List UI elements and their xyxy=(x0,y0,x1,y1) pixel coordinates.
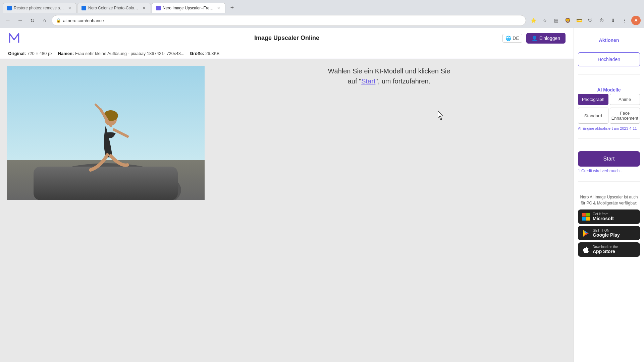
user-icon: 👤 xyxy=(532,36,537,41)
download-icon[interactable]: ⬇ xyxy=(608,16,618,25)
svg-rect-2 xyxy=(34,167,178,200)
page-title: Image Upscaler Online xyxy=(254,35,319,42)
tab-restore[interactable]: Restore photos: remove scratc... ✕ xyxy=(3,3,76,13)
original-image xyxy=(7,66,205,200)
tab-close-2[interactable]: ✕ xyxy=(141,5,147,11)
globe-icon: 🌐 xyxy=(505,36,511,41)
instruction-area: Wählen Sie ein KI-Modell und klicken Sie… xyxy=(211,66,567,86)
image-result-row: Wählen Sie ein KI-Modell und klicken Sie… xyxy=(0,59,574,362)
promo-text: Nero AI Image Upscaler ist auch für PC &… xyxy=(578,194,640,206)
instruction-text: Wählen Sie ein KI-Modell und klicken Sie… xyxy=(328,66,450,86)
google-play-button[interactable]: GET IT ON Google Play xyxy=(578,226,640,240)
upload-button[interactable]: Hochladen xyxy=(578,52,640,66)
tab-bar: Restore photos: remove scratc... ✕ Nero … xyxy=(0,0,644,13)
start-button[interactable]: Start xyxy=(578,151,640,167)
profile-avatar[interactable]: A xyxy=(631,16,641,25)
promo-section: Nero AI Image Upscaler ist auch für PC &… xyxy=(578,190,640,259)
sidebar: Aktionen Hochladen AI Modelle Photograph… xyxy=(574,28,644,362)
content-wrapper: Image Upscaler Online 🌐 DE 👤 Einloggen O… xyxy=(0,28,574,362)
size-info: Größe: 26.3KB xyxy=(190,51,220,56)
app-body: Image Upscaler Online 🌐 DE 👤 Einloggen O… xyxy=(0,28,644,362)
apple-icon xyxy=(582,246,590,254)
tab-close-3[interactable]: ✕ xyxy=(216,5,221,11)
divider-3 xyxy=(578,181,640,182)
lock-icon: 🔒 xyxy=(56,18,61,23)
microsoft-icon xyxy=(582,213,590,221)
language-selector[interactable]: 🌐 DE xyxy=(502,34,522,43)
instruction-line1: Wählen Sie ein KI-Modell und klicken Sie xyxy=(328,66,450,76)
forward-button[interactable]: → xyxy=(15,16,25,25)
app-store-text: Download on the App Store xyxy=(593,245,618,254)
tab-groups-icon[interactable]: ▤ xyxy=(551,16,561,25)
original-label: Original: 720 × 480 px xyxy=(8,51,53,56)
tab-title-2: Nero Colorize Photo-Colorize Yo... xyxy=(88,6,139,10)
microsoft-store-button[interactable]: Get it from Microsoft xyxy=(578,209,640,224)
logo-icon xyxy=(8,32,20,44)
name-value: Frau sehr kleine Auflösung - pixabay 186… xyxy=(75,51,184,56)
google-play-icon xyxy=(582,229,590,237)
size-value: 26.3KB xyxy=(205,51,220,56)
back-button[interactable]: ← xyxy=(3,16,13,25)
start-link[interactable]: Start xyxy=(361,77,375,85)
settings-icon[interactable]: ⋮ xyxy=(620,16,629,25)
lang-text: DE xyxy=(513,36,519,41)
tab-favicon-1 xyxy=(7,6,12,10)
credit-info: 1 Credit wird verbraucht. xyxy=(578,169,640,173)
svg-rect-9 xyxy=(586,213,590,217)
svg-rect-11 xyxy=(586,217,590,221)
svg-rect-8 xyxy=(582,213,586,217)
standard-button[interactable]: Standard xyxy=(578,108,608,124)
brave-icon[interactable]: 🦁 xyxy=(563,16,572,25)
login-label: Einloggen xyxy=(539,36,560,41)
aktionen-label: Aktionen xyxy=(578,34,640,47)
name-info: Namen: Frau sehr kleine Auflösung - pixa… xyxy=(58,51,184,56)
login-button[interactable]: 👤 Einloggen xyxy=(526,33,566,44)
wallet-icon[interactable]: 💳 xyxy=(574,16,584,25)
ai-models-title: AI Modelle xyxy=(578,87,640,93)
original-value: 720 × 480 px xyxy=(27,51,53,56)
engine-info: AI-Engine aktualisiert am 2023-4-11 xyxy=(578,126,640,130)
google-play-text: GET IT ON Google Play xyxy=(593,229,620,238)
start-section: Start 1 Credit wird verbraucht. xyxy=(578,147,640,173)
tab-title-3: Nero Image Upscaler--Free Pho... xyxy=(163,6,214,10)
tab-favicon-2 xyxy=(82,6,86,10)
anime-button[interactable]: Anime xyxy=(610,94,640,105)
app-store-button[interactable]: Download on the App Store xyxy=(578,242,640,257)
new-tab-button[interactable]: + xyxy=(227,3,237,13)
tab-favicon-3 xyxy=(156,6,161,10)
photograph-button[interactable]: Photograph xyxy=(578,94,608,105)
model-row-2: Standard Face Enhancement xyxy=(578,108,640,124)
toolbar-icons: ⭐ ☆ ▤ 🦁 💳 🛡 ⏱ ⬇ ⋮ A xyxy=(529,16,641,25)
info-bar: Original: 720 × 480 px Namen: Frau sehr … xyxy=(0,48,574,59)
tab-title-1: Restore photos: remove scratc... xyxy=(14,6,65,10)
bookmark-icon[interactable]: ☆ xyxy=(540,16,549,25)
reload-button[interactable]: ↻ xyxy=(28,16,37,25)
history-icon[interactable]: ⏱ xyxy=(597,16,606,25)
tab-upscaler[interactable]: Nero Image Upscaler--Free Pho... ✕ xyxy=(152,3,225,13)
address-bar-row: ← → ↻ ⌂ 🔒 ai.nero.com/enhance ⭐ ☆ ▤ 🦁 💳 … xyxy=(0,13,644,28)
home-button[interactable]: ⌂ xyxy=(40,16,49,25)
app-header: Image Upscaler Online 🌐 DE 👤 Einloggen xyxy=(0,28,574,48)
address-text: ai.nero.com/enhance xyxy=(63,18,522,23)
address-bar[interactable]: 🔒 ai.nero.com/enhance xyxy=(52,15,526,26)
divider-2 xyxy=(578,138,640,139)
svg-rect-10 xyxy=(582,217,586,221)
tab-close-1[interactable]: ✕ xyxy=(67,5,72,11)
instruction-line2: auf "Start", um fortzufahren. xyxy=(328,76,450,86)
divider-1 xyxy=(578,74,640,75)
ai-models-section: AI Modelle Photograph Anime Standard Fac… xyxy=(578,83,640,130)
tab-colorize[interactable]: Nero Colorize Photo-Colorize Yo... ✕ xyxy=(77,3,151,13)
face-enhancement-button[interactable]: Face Enhancement xyxy=(610,108,640,124)
extensions-icon[interactable]: ⭐ xyxy=(529,16,538,25)
model-row-1: Photograph Anime xyxy=(578,94,640,105)
vpn-icon[interactable]: 🛡 xyxy=(586,16,595,25)
header-right: 🌐 DE 👤 Einloggen xyxy=(502,33,566,44)
microsoft-store-text: Get it from Microsoft xyxy=(593,212,614,221)
app-logo xyxy=(8,32,20,44)
